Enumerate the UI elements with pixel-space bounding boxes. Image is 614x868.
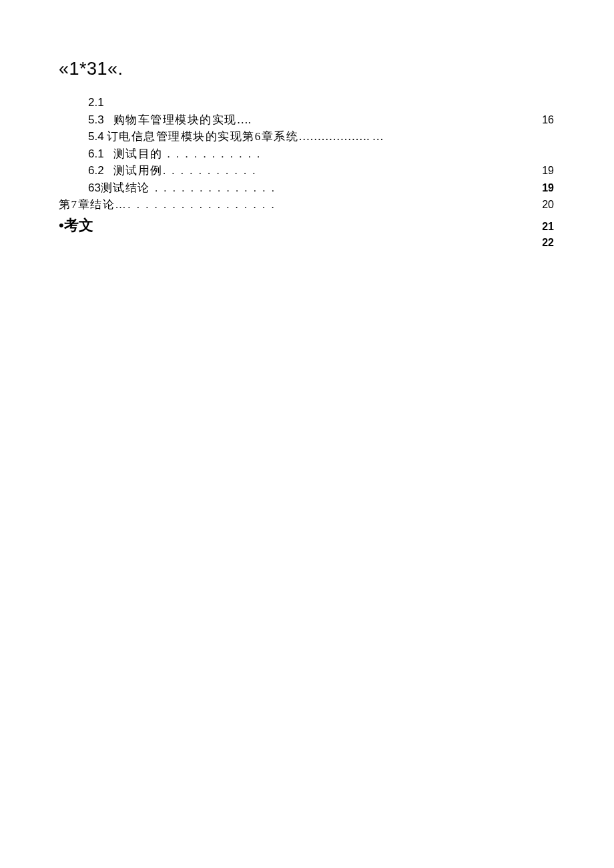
toc-page-number: 20 — [534, 197, 554, 213]
toc-dots: . . . . . . . . . . . — [163, 147, 262, 160]
toc-dots: ………………. … — [298, 130, 384, 143]
toc-entry: 6.2测试用例. . . . . . . . . . . — [59, 162, 257, 179]
toc-title: 测试目的 — [113, 147, 163, 160]
toc-page-number: 21 — [534, 219, 554, 235]
toc-row: 5.3购物车管理模块的实现…. 16 — [59, 111, 554, 129]
toc-entry: 6.1测试目的 . . . . . . . . . . . — [59, 145, 262, 163]
toc-entry: 2.1 — [59, 94, 104, 111]
toc-title: 第7章结论 — [59, 198, 115, 211]
toc-number: 5.4 — [88, 128, 104, 145]
toc-row: 63测试结论 . . . . . . . . . . . . . . 19 — [59, 179, 554, 197]
toc-dots: …. — [237, 113, 251, 126]
toc-dots: …. . . . . . . . . . . . . . . . . — [115, 198, 276, 211]
toc-dots: . . . . . . . . . . . . . . — [150, 181, 276, 194]
toc-page-number: 19 — [534, 180, 554, 196]
toc-dots: . . . . . . . . . . . — [163, 164, 257, 177]
toc-number: 2.1 — [88, 94, 104, 111]
document-page: «1*31«. 2.1 5.3购物车管理模块的实现…. 16 5.4订电信息管理… — [0, 0, 614, 251]
page-heading: «1*31«. — [59, 59, 554, 79]
toc-entry: 第7章结论…. . . . . . . . . . . . . . . . . — [59, 196, 276, 213]
toc-page-number: 22 — [534, 235, 554, 251]
trailing-pages: 21 22 — [534, 219, 554, 251]
toc-number: 6.1 — [88, 145, 104, 163]
toc-number: 63 — [88, 179, 101, 197]
toc-row: •考文 21 22 — [59, 213, 554, 251]
toc-entry: 5.4订电信息管理模块的实现第6章系统………………. … — [59, 128, 384, 145]
toc-row: 6.1测试目的 . . . . . . . . . . . — [59, 145, 554, 163]
toc-number: 5.3 — [88, 111, 104, 129]
toc-page-number: 19 — [534, 163, 554, 179]
toc-entry: 63测试结论 . . . . . . . . . . . . . . — [59, 179, 276, 197]
toc-row: 第7章结论…. . . . . . . . . . . . . . . . . … — [59, 196, 554, 213]
toc-title: 购物车管理模块的实现 — [113, 113, 237, 126]
toc-entry-kaowen: •考文 — [59, 214, 93, 236]
toc-row: 5.4订电信息管理模块的实现第6章系统………………. … — [59, 128, 554, 145]
toc-row: 6.2测试用例. . . . . . . . . . . 19 — [59, 162, 554, 179]
table-of-contents: 2.1 5.3购物车管理模块的实现…. 16 5.4订电信息管理模块的实现第6章… — [59, 94, 554, 251]
toc-title: 订电信息管理模块的实现第6章系统 — [107, 130, 299, 143]
toc-row: 2.1 — [59, 94, 554, 111]
toc-page-number: 16 — [534, 112, 554, 128]
toc-number: 6.2 — [88, 162, 104, 179]
toc-title: 测试用例 — [113, 164, 163, 177]
toc-title: 测试结论 — [101, 181, 150, 194]
toc-entry: 5.3购物车管理模块的实现…. — [59, 111, 251, 129]
